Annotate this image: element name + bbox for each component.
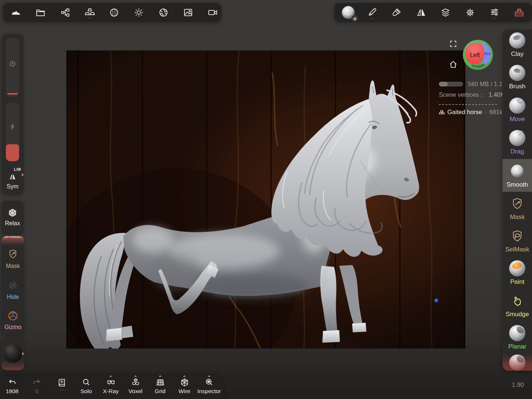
lighting-sun-icon[interactable] [131, 4, 147, 21]
wire-button[interactable]: Wire [173, 378, 196, 395]
nav-gizmo-ball[interactable]: Left Fro [462, 39, 494, 71]
matcap-expand-arrow[interactable] [22, 352, 24, 356]
stroke-more-dots: … [370, 17, 374, 18]
mesh-object-icon [439, 110, 445, 115]
radius-circle-icon [8, 60, 17, 68]
scene-graph-icon[interactable] [57, 4, 73, 21]
nomad-logo-icon[interactable] [8, 4, 24, 21]
smooth-rocky-sphere-icon [509, 163, 525, 179]
material-sphere-icon[interactable] [106, 4, 122, 21]
symmetry-mirror-icon[interactable] [413, 4, 429, 21]
painting-brush-icon[interactable] [388, 4, 405, 21]
tool-shortcuts-panel: Smooth Mask Hide [1, 236, 24, 335]
memory-usage-bar [439, 82, 463, 86]
matcap-panel[interactable] [1, 338, 24, 370]
matcap-sphere[interactable] [3, 344, 22, 363]
stroke-pencil-icon[interactable]: … [364, 4, 380, 21]
post-process-aperture-icon[interactable] [155, 4, 172, 21]
history-more-dots: … [50, 388, 74, 389]
voxel-button[interactable]: Voxel [124, 378, 147, 395]
zoom-level: 1.90 [512, 381, 524, 389]
sculpt-viewport[interactable] [66, 50, 465, 349]
redo-count: 0 [25, 388, 49, 395]
interface-sliders-icon[interactable]: … [486, 4, 503, 21]
tool-drag[interactable]: Drag [503, 130, 532, 155]
app-window: Left Fro 560 MB / 1.10 G Scene vertices：… [0, 0, 532, 399]
topology-icon[interactable]: … [82, 4, 98, 21]
fullscreen-icon[interactable] [449, 39, 458, 48]
tool-mask[interactable]: Mask [503, 195, 532, 221]
gizmo-icon[interactable] [7, 310, 18, 321]
bottom-toolbar: 1808 0 … Solo X-Ray [0, 375, 223, 399]
selmask-shield-lasso-icon [503, 228, 532, 244]
nav-face-left-label: Left [470, 52, 480, 58]
tool-clay[interactable]: Clay [503, 32, 532, 58]
nav-face-front-label: Fro [485, 52, 491, 56]
history-button[interactable]: … [50, 378, 74, 389]
mask-shortcut-label[interactable]: Mask [1, 263, 24, 269]
background-image-icon[interactable] [180, 4, 196, 21]
tool-move[interactable]: Move [503, 98, 532, 123]
radius-slider[interactable] [6, 38, 19, 97]
inspector-options-caret [208, 375, 211, 377]
interface-more-dots: … [492, 17, 497, 18]
intensity-slider[interactable] [6, 102, 19, 161]
drag-sphere-icon [509, 130, 525, 146]
selected-tool-peek-label: Smooth [1, 236, 24, 239]
hide-shortcut-label[interactable]: Hide [1, 294, 24, 300]
sym-expand-arrow[interactable] [22, 173, 24, 177]
relax-web-icon [7, 208, 18, 218]
tool-smudge[interactable]: Smudge [503, 293, 532, 318]
tool-settings-badge[interactable] [351, 15, 358, 22]
sym-label[interactable]: Sym [1, 183, 24, 190]
lightning-icon [8, 123, 17, 131]
grid-button[interactable]: Grid [148, 378, 172, 395]
tool-planar[interactable]: Planar [503, 325, 532, 350]
radius-slider-value [7, 93, 18, 95]
horse-render [66, 50, 465, 349]
xray-options-caret [109, 375, 112, 377]
move-sphere-icon [509, 98, 525, 114]
top-right-toolbar: … [334, 3, 532, 22]
tool-selmask[interactable]: SelMask [503, 228, 532, 253]
active-tool-preview-button[interactable] [340, 4, 357, 21]
hide-dotted-icon[interactable] [8, 280, 18, 290]
gizmo-shortcut-label[interactable]: Gizmo [1, 324, 24, 331]
mask-shield-icon[interactable] [8, 249, 18, 259]
object-name[interactable]: Gaited horse [447, 109, 482, 116]
relax-panel[interactable]: Relax [1, 201, 24, 234]
tool-paint[interactable]: Paint [503, 260, 532, 286]
solo-button[interactable]: Solo [74, 378, 98, 395]
tool-panel: Clay Brush Move Drag Smooth [503, 29, 532, 371]
clay-sphere-icon [509, 32, 525, 49]
paint-sphere-icon [509, 260, 525, 276]
brush-sphere-icon [509, 65, 525, 81]
xray-button[interactable]: X-Ray [99, 378, 123, 395]
undo-button[interactable]: 1808 [0, 378, 24, 395]
files-folder-icon[interactable] [32, 4, 49, 21]
redo-button[interactable]: 0 [25, 378, 49, 395]
intensity-slider-value [6, 144, 19, 161]
settings-gear-icon[interactable] [462, 4, 478, 21]
relax-label[interactable]: Relax [1, 220, 24, 227]
tool-smooth[interactable]: Smooth [503, 163, 532, 188]
scene-vertices-label: Scene vertices： [439, 91, 485, 98]
wire-options-caret [183, 375, 186, 377]
stats-divider [439, 104, 498, 105]
symmetry-toggle-icon[interactable] [8, 172, 17, 181]
inspector-button[interactable]: Inspector [197, 378, 221, 395]
smudge-finger-icon [503, 293, 532, 309]
toolbox-icon[interactable] [511, 4, 527, 21]
stylus-cursor-dot [435, 299, 438, 302]
tool-brush[interactable]: Brush [503, 65, 532, 90]
object-vertex-count: 681k [489, 109, 503, 116]
selected-tool-peek: Smooth [1, 236, 24, 246]
voxel-options-caret [134, 375, 137, 377]
home-icon[interactable] [448, 59, 458, 70]
matcap-panel-fade [1, 361, 24, 370]
camera-video-icon[interactable] [205, 4, 221, 21]
planar-sphere-icon [509, 325, 525, 341]
layers-stack-icon[interactable] [437, 4, 454, 21]
brush-sliders-panel: L/W Sym [1, 34, 24, 194]
sym-mode-label: L/W [14, 167, 21, 172]
